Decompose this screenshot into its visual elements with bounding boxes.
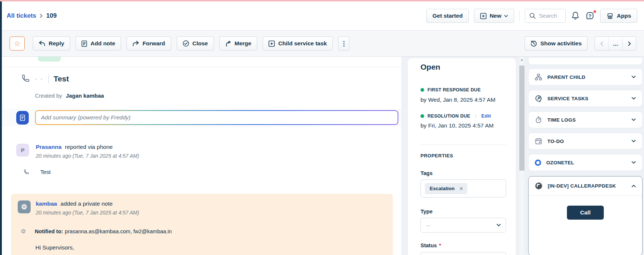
plus-square-icon — [480, 13, 487, 19]
chevron-down-icon — [631, 76, 636, 78]
close-ticket-button[interactable]: Close — [177, 36, 214, 50]
status-label: Status* — [420, 242, 441, 248]
forward-icon — [132, 41, 139, 46]
add-note-button[interactable]: Add note — [76, 36, 121, 50]
author-link[interactable]: kambaa — [36, 200, 57, 207]
widget-label: PARENT CHILD — [547, 74, 626, 80]
add-note-label: Add note — [90, 40, 115, 47]
ticket-subject: Test — [53, 74, 69, 83]
chevron-down-icon — [631, 161, 636, 164]
ticket-id: 109 — [46, 12, 56, 20]
first-response-due-row: FIRST RESPONSE DUE — [420, 87, 481, 92]
breadcrumb: All tickets 109 — [7, 12, 57, 20]
show-activities-label: Show activities — [540, 40, 582, 47]
author-link[interactable]: Prasanna — [36, 144, 62, 150]
note-timestamp: 20 minutes ago (Tue, 7 Jan 2025 at 4:57 … — [36, 210, 139, 216]
resolution-due-date: by Fri, Jan 10, 2025 4:57 AM — [420, 122, 494, 129]
scrollbar-up-arrow[interactable]: ▲ — [519, 58, 524, 62]
plus-square-icon — [269, 41, 275, 47]
star-icon: ☆ — [14, 40, 21, 47]
edit-sla-link[interactable]: Edit — [481, 113, 491, 119]
left-nav-edge — [0, 1, 2, 255]
message-body-row: Test — [23, 169, 51, 175]
column-gap — [401, 57, 408, 255]
new-button[interactable]: New — [474, 9, 514, 23]
notifications-bell-icon[interactable] — [571, 11, 580, 21]
reply-icon — [39, 41, 45, 46]
stopwatch-icon — [535, 116, 542, 123]
sla-separator: | — [475, 113, 477, 119]
kebab-icon: ⋮ — [341, 40, 347, 48]
add-summary-input[interactable] — [36, 111, 398, 124]
status-label-text: Status — [420, 242, 437, 248]
widget-ozonetel[interactable]: OZONETEL — [528, 154, 643, 171]
sitemap-icon — [535, 73, 542, 81]
resolution-due-row: RESOLUTION DUE | Edit — [420, 113, 491, 119]
merge-button[interactable]: Merge — [219, 36, 257, 50]
widget-to-do[interactable]: TO-DO — [528, 133, 643, 150]
status-select[interactable] — [420, 252, 506, 255]
avatar: P — [16, 144, 29, 157]
apps-button[interactable]: Apps — [600, 9, 637, 23]
ticket-nav-group: … — [595, 36, 636, 50]
created-by-name[interactable]: Jagan kambaa — [66, 92, 104, 99]
reply-button[interactable]: Reply — [33, 36, 70, 50]
search-icon — [529, 13, 536, 19]
breadcrumb-all-tickets-link[interactable]: All tickets — [7, 12, 36, 20]
private-note: ⚙ kambaa added a private note 20 minutes… — [11, 194, 393, 255]
message-timestamp: 20 minutes ago (Tue, 7 Jan 2025 at 4:57 … — [36, 153, 139, 159]
widget-callerappdesk: [IN-DEV] CALLERAPPDESK Call — [528, 176, 643, 255]
chevron-down-icon — [631, 118, 636, 121]
favorite-star-button[interactable]: ☆ — [10, 36, 25, 50]
notified-label: Notified to: — [35, 228, 63, 234]
details-divider — [420, 144, 506, 145]
scrollbar-thumb[interactable] — [519, 66, 524, 171]
sla-green-dot — [420, 114, 424, 118]
forward-button[interactable]: Forward — [127, 36, 171, 50]
title-divider — [48, 74, 49, 84]
more-actions-kebab-button[interactable]: ⋮ — [338, 36, 349, 50]
widget-time-logs[interactable]: TIME LOGS — [528, 111, 643, 128]
notified-row: ⚙ Notified to:prasanna.as@kambaa.com, fw… — [21, 228, 172, 234]
search-input[interactable] — [539, 13, 561, 19]
conversation-panel: - - Test Created by Jagan kambaa P Prasa… — [2, 57, 401, 255]
type-label: Type — [420, 209, 433, 214]
widget-callerappdesk-header[interactable]: [IN-DEV] CALLERAPPDESK — [529, 177, 642, 196]
private-note-header: ⚙ kambaa added a private note 20 minutes… — [18, 200, 139, 216]
required-marker: * — [439, 242, 441, 248]
phone-channel-icon — [20, 74, 30, 84]
breadcrumb-chevron-icon — [39, 14, 43, 18]
help-icon[interactable]: ? — [585, 11, 595, 21]
next-ticket-button[interactable] — [622, 37, 636, 50]
first-response-due-date: by Wed, Jan 8, 2025 4:57 AM — [420, 97, 495, 103]
show-activities-button[interactable]: Show activities — [524, 36, 588, 50]
ticket-list-ellipsis-button[interactable]: … — [609, 37, 622, 50]
ticket-status-heading: Open — [420, 63, 440, 71]
service-tasks-icon — [535, 95, 542, 102]
tags-input[interactable]: Escalation ✕ — [420, 179, 506, 198]
call-button[interactable]: Call — [567, 206, 604, 220]
sla-green-dot — [420, 88, 424, 92]
system-gear-avatar: ⚙ — [18, 200, 31, 213]
note-icon — [82, 41, 87, 47]
widget-parent-child[interactable]: PARENT CHILD — [528, 69, 643, 85]
properties-title: PROPERTIES — [420, 153, 453, 158]
widget-callerappdesk-body: Call — [529, 196, 642, 220]
merge-icon — [225, 41, 231, 47]
chevron-up-icon — [631, 185, 636, 188]
widget-service-tasks[interactable]: SERVICE TASKS — [528, 90, 643, 107]
collapsed-widget-cut — [528, 58, 643, 65]
get-started-button[interactable]: Get started — [426, 9, 469, 23]
notified-recipients: prasanna.as@kambaa.com, fw2@kambaa.in — [65, 228, 172, 234]
type-select[interactable]: -- — [420, 218, 506, 233]
child-service-task-button[interactable]: Child service task — [263, 36, 333, 50]
previous-ticket-button[interactable] — [595, 37, 609, 50]
ticket-toolbar: ☆ Reply Add note Forward Close Merge Chi… — [2, 31, 644, 57]
search-box[interactable] — [525, 9, 566, 23]
ticket-header: - - Test — [20, 74, 69, 84]
apps-widgets-column: PARENT CHILD SERVICE TASKS TIME LOGS TO-… — [528, 57, 644, 255]
conversation-message: P Prasanna reported via phone 20 minutes… — [16, 144, 139, 159]
child-service-task-label: Child service task — [278, 40, 327, 47]
sidebar-scroll-zone: ▲ — [516, 57, 528, 255]
remove-tag-icon[interactable]: ✕ — [459, 186, 464, 192]
